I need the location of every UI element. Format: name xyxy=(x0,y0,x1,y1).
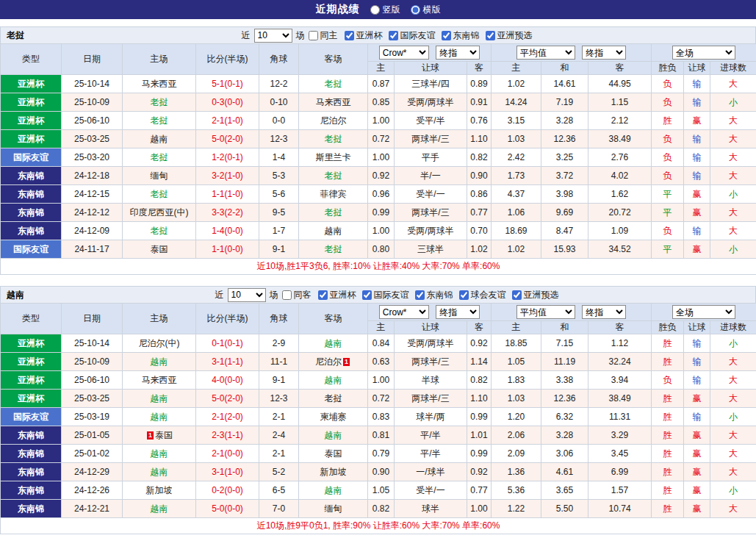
sections-container: 老挝 近 10 场 同主 亚洲杯国际友谊东南锦亚洲预选 类型 xyxy=(0,26,756,534)
same-venue-filter[interactable]: 同主 xyxy=(309,29,338,42)
competition-filters: 亚洲杯国际友谊东南锦亚洲预选 xyxy=(345,29,533,42)
europe-away-odds-cell: 10.74 xyxy=(588,500,652,518)
result-wdl-cell: 平 xyxy=(652,240,684,259)
score-cell: 0-1(0-1) xyxy=(196,334,259,353)
result-row: 国际友谊24-11-17泰国1-1(0-0)9-1老挝0.80三球半1.021.… xyxy=(1,240,756,259)
asia-away-odds-cell: 0.91 xyxy=(467,93,492,112)
col-header-asia-handicap: 让球 xyxy=(395,321,467,334)
result-wdl-cell: 平 xyxy=(652,204,684,222)
home-team-cell: 泰国 xyxy=(123,240,196,259)
competition-checkbox[interactable] xyxy=(486,31,495,40)
result-row: 亚洲杯25-06-10马来西亚4-0(0-0)9-1越南1.00半球0.821.… xyxy=(1,371,756,390)
layout-option-vertical[interactable]: 竖版 xyxy=(370,4,400,16)
match-type-cell: 国际友谊 xyxy=(1,408,62,426)
col-header-away: 客场 xyxy=(299,44,368,75)
col-header-result-goals: 进球数 xyxy=(710,62,756,75)
result-goals-cell: 大 xyxy=(710,426,756,445)
europe-draw-odds-cell: 3.28 xyxy=(541,112,588,130)
average-select[interactable]: 平均值 xyxy=(516,46,575,60)
same-venue-filter[interactable]: 同客 xyxy=(282,289,312,301)
same-venue-checkbox[interactable] xyxy=(309,31,318,40)
header-selects-row: 类型 日期 主场 比分(半场) 角球 客场 Crow* 终指 平均值 终指 xyxy=(1,304,756,321)
asia-away-odds-cell: 0.92 xyxy=(467,334,492,353)
asia-home-odds-cell: 0.85 xyxy=(368,93,395,112)
competition-checkbox[interactable] xyxy=(362,290,372,300)
away-team-name: 老挝 xyxy=(325,134,342,144)
competition-filter[interactable]: 东南锦 xyxy=(442,29,480,42)
average-select[interactable]: 平均值 xyxy=(516,305,575,319)
competition-checkbox[interactable] xyxy=(318,290,328,300)
competition-filter[interactable]: 亚洲杯 xyxy=(318,289,356,301)
competition-filter[interactable]: 东南锦 xyxy=(415,289,453,301)
score-cell: 1-2(0-1) xyxy=(196,148,259,167)
europe-away-odds-cell: 3.94 xyxy=(588,371,652,390)
col-header-europe-draw: 和 xyxy=(541,62,588,75)
handicap-cell: 平/半 xyxy=(395,426,467,445)
summary-row: 近10场,胜9平0负1, 胜率:90% 让胜率:60% 大率:70% 单率:60… xyxy=(1,518,756,534)
europe-time-select[interactable]: 终指 xyxy=(582,305,626,319)
europe-draw-odds-cell: 3.72 xyxy=(541,167,588,185)
europe-home-odds-cell: 1.73 xyxy=(492,167,541,185)
results-body: 亚洲杯25-10-14尼泊尔(中)0-1(0-1)2-9越南0.84受两/两球半… xyxy=(1,334,756,518)
away-team-name: 越南 xyxy=(325,338,342,348)
competition-checkbox[interactable] xyxy=(415,290,425,300)
vertical-layout-radio[interactable] xyxy=(370,5,380,15)
bookmaker-select[interactable]: Crow* xyxy=(379,46,429,60)
result-wdl-cell: 胜 xyxy=(652,481,684,500)
recent-count-select[interactable]: 10 xyxy=(228,288,266,302)
asia-time-select[interactable]: 终指 xyxy=(436,46,480,60)
result-handicap-cell: 输 xyxy=(684,371,710,390)
competition-checkbox[interactable] xyxy=(345,31,354,40)
competition-filter[interactable]: 球会友谊 xyxy=(459,289,506,301)
match-type-cell: 东南锦 xyxy=(1,463,62,481)
competition-checkbox[interactable] xyxy=(512,290,522,300)
competition-label: 国际友谊 xyxy=(374,289,409,301)
competition-checkbox[interactable] xyxy=(459,290,469,300)
away-team-name: 菲律宾 xyxy=(320,189,347,199)
home-team-name: 泰国 xyxy=(151,244,168,254)
col-header-home: 主场 xyxy=(123,44,196,75)
table-footer: 近10场,胜1平3负6, 胜率:10% 让胜率:40% 大率:70% 单率:60… xyxy=(1,259,756,275)
home-team-name: 越南 xyxy=(151,503,168,514)
asia-away-odds-cell: 1.02 xyxy=(467,240,492,259)
home-team-cell: 越南 xyxy=(123,500,196,518)
scope-select[interactable]: 全场 xyxy=(672,305,735,319)
col-header-away: 客场 xyxy=(299,304,368,334)
europe-home-odds-cell: 1.03 xyxy=(492,130,541,148)
same-venue-checkbox[interactable] xyxy=(282,290,292,300)
home-team-cell: 尼泊尔(中) xyxy=(123,334,196,353)
handicap-cell: 受平/半 xyxy=(395,112,467,130)
europe-draw-odds-cell: 3.98 xyxy=(541,185,588,204)
same-venue-label: 同主 xyxy=(320,29,338,42)
asia-time-select[interactable]: 终指 xyxy=(436,305,480,319)
europe-home-odds-cell: 1.05 xyxy=(492,353,541,371)
scope-select[interactable]: 全场 xyxy=(672,46,735,60)
away-team-cell: 老挝 xyxy=(299,390,368,408)
corners-cell: 2-9 xyxy=(259,334,299,353)
competition-filter[interactable]: 国际友谊 xyxy=(362,289,409,301)
date-cell: 24-12-21 xyxy=(62,500,123,518)
corners-cell: 5-3 xyxy=(259,167,299,185)
score-cell: 2-1(1-0) xyxy=(196,112,259,130)
red-card-badge: 1 xyxy=(147,431,154,440)
competition-checkbox[interactable] xyxy=(442,31,451,40)
layout-option-horizontal[interactable]: 横版 xyxy=(411,4,441,16)
competition-filter[interactable]: 亚洲预选 xyxy=(512,289,559,301)
europe-away-odds-cell: 34.52 xyxy=(588,240,652,259)
bookmaker-select[interactable]: Crow* xyxy=(379,305,429,319)
scope-select-cell: 全场 xyxy=(652,44,756,62)
col-header-asia-home: 主 xyxy=(368,62,395,75)
horizontal-layout-radio[interactable] xyxy=(411,5,420,15)
col-header-europe-away: 客 xyxy=(588,62,652,75)
home-team-cell: 越南 xyxy=(123,463,196,481)
recent-count-select[interactable]: 10 xyxy=(254,29,292,43)
europe-time-select[interactable]: 终指 xyxy=(582,46,626,60)
competition-checkbox[interactable] xyxy=(389,31,398,40)
asia-home-odds-cell: 0.82 xyxy=(368,500,395,518)
competition-filter[interactable]: 亚洲杯 xyxy=(345,29,383,42)
competition-filter[interactable]: 亚洲预选 xyxy=(486,29,533,42)
away-team-name: 老挝 xyxy=(325,393,342,404)
competition-filter[interactable]: 国际友谊 xyxy=(389,29,436,42)
date-cell: 25-10-09 xyxy=(62,353,123,371)
team-name: 老挝 xyxy=(7,29,24,42)
